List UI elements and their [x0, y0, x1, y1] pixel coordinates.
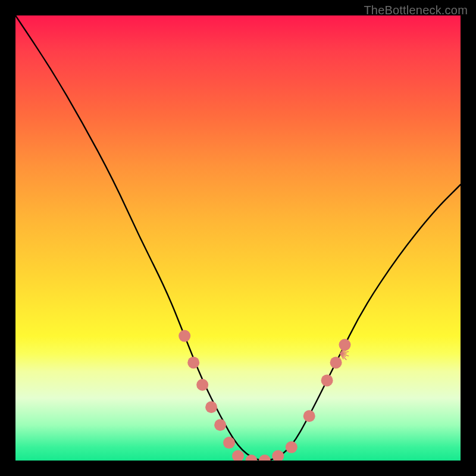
- curve-marker: [196, 379, 208, 391]
- curve-marker: [187, 356, 199, 368]
- curve-marker: [232, 450, 244, 461]
- curve-marker: [303, 410, 315, 422]
- curve-layer: [15, 15, 461, 461]
- watermark-text: TheBottleneck.com: [364, 4, 468, 17]
- curve-marker: [205, 401, 217, 413]
- curve-marker: [321, 374, 333, 386]
- curve-marker: [214, 419, 226, 431]
- curve-marker: [286, 441, 298, 453]
- plot-area: [15, 15, 461, 461]
- curve-marker: [245, 455, 257, 461]
- curve-svg: [15, 15, 461, 461]
- curve-marker: [223, 437, 235, 449]
- marker-layer: [178, 330, 350, 461]
- bottleneck-curve: [15, 15, 461, 461]
- curve-marker: [330, 356, 342, 368]
- curve-marker: [259, 455, 271, 461]
- curve-marker: [178, 330, 190, 342]
- curve-marker: [272, 450, 284, 461]
- chart-stage: TheBottleneck.com: [0, 0, 476, 476]
